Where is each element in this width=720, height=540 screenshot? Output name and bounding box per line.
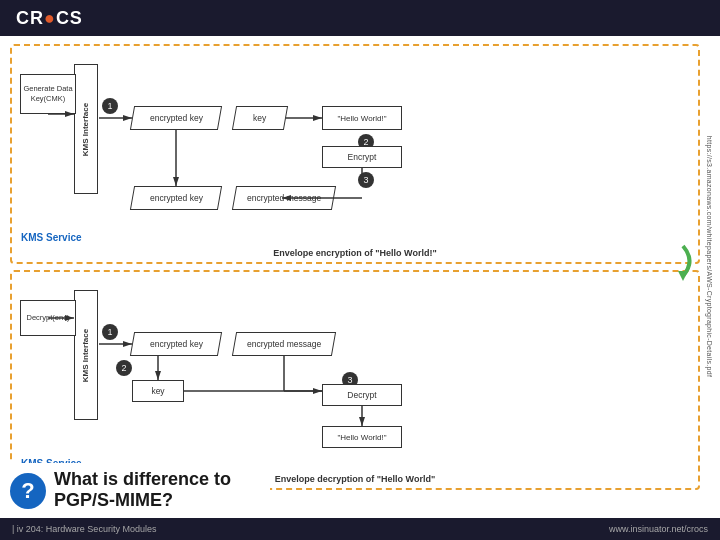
encrypt-box: Encrypt [322, 146, 402, 168]
question-icon: ? [10, 473, 46, 509]
hello-world-top: "Hello World!" [322, 106, 402, 130]
kms-service-top: KMS Service [18, 231, 85, 244]
step1-top: 1 [102, 98, 118, 114]
top-diagram-title: Envelope encryption of "Hello World!" [273, 248, 436, 258]
footer: | iv 204: Hardware Security Modules www.… [0, 518, 720, 540]
encrypted-key-bottom: encrypted key [130, 332, 222, 356]
logo: CR●CS [16, 8, 83, 29]
encrypted-message-top: encrypted message [232, 186, 336, 210]
decrypt-enc-box: Decrypt(enc) [20, 300, 76, 336]
bottom-diagram-title: Envelope decryption of "Hello World" [275, 474, 435, 484]
green-arrow [668, 241, 698, 285]
encrypted-key-top: encrypted key [130, 106, 222, 130]
gen-key-box-top: Generate DataKey(CMK) [20, 74, 76, 114]
kms-interface-top: KMS Interface [74, 64, 98, 194]
hello-world-bottom: "Hello World!" [322, 426, 402, 448]
step1-bottom: 1 [102, 324, 118, 340]
footer-left: | iv 204: Hardware Security Modules [12, 524, 156, 534]
footer-right: www.insinuator.net/crocs [609, 524, 708, 534]
bottom-line2: PGP/S-MIME? [54, 490, 231, 512]
decrypt-box: Decrypt [322, 384, 402, 406]
bottom-question-text: What is difference to PGP/S-MIME? [54, 469, 231, 512]
bottom-line1: What is difference to [54, 469, 231, 491]
sidebar-url: https://s3.amazonaws.com/whitepapers/AWS… [702, 36, 718, 476]
encrypted-key-bottom-top: encrypted key [130, 186, 222, 210]
top-diagram: KMS Interface Generate DataKey(CMK) 1 en… [10, 44, 700, 264]
bottom-question-area: ? What is difference to PGP/S-MIME? [0, 463, 270, 518]
svg-marker-15 [678, 271, 688, 281]
bottom-diagram: KMS Interface Decrypt(enc) 1 encrypted k… [10, 270, 700, 490]
key-top: key [232, 106, 288, 130]
header: CR●CS [0, 0, 720, 36]
step2-bottom: 2 [116, 360, 132, 376]
encrypted-message-bottom: encrypted message [232, 332, 336, 356]
key-bottom: key [132, 380, 184, 402]
step3-top: 3 [358, 172, 374, 188]
kms-interface-bottom: KMS Interface [74, 290, 98, 420]
